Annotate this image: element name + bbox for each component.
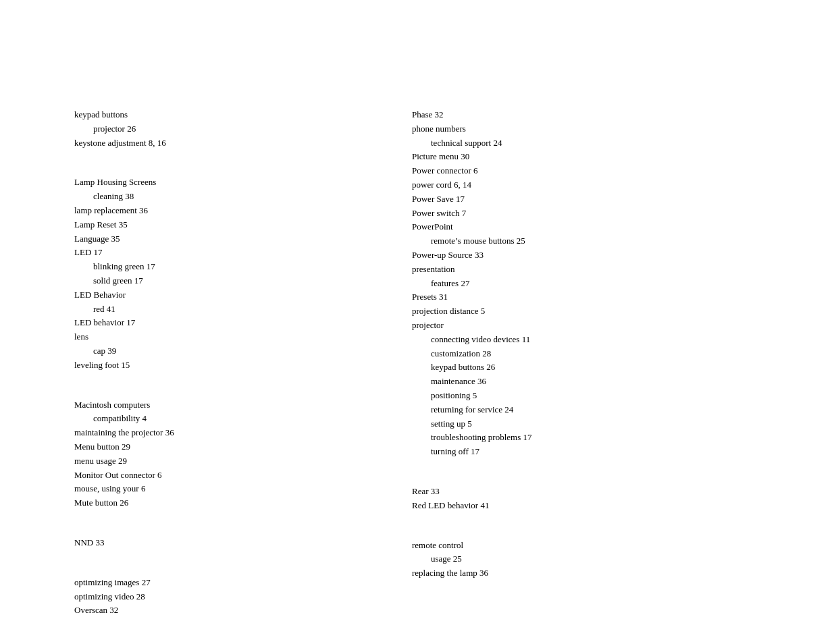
index-entry: projector 26 <box>93 122 412 136</box>
index-entry: Mute button 26 <box>74 496 412 510</box>
index-entry: Rear 33 <box>412 485 760 499</box>
index-entry: cap 39 <box>93 344 412 358</box>
index-entry: remote’s mouse buttons 25 <box>431 234 760 248</box>
left-column: keypad buttonsprojector 26keystone adjus… <box>74 108 412 631</box>
index-entry: maintaining the projector 36 <box>74 426 412 440</box>
spacer <box>412 527 760 539</box>
index-entry: menu usage 29 <box>74 454 412 468</box>
spacer <box>74 163 412 176</box>
index-entry: Power connector 6 <box>412 164 760 178</box>
index-entry: Picture menu 30 <box>412 150 760 164</box>
index-entry: lamp replacement 36 <box>74 204 412 218</box>
index-entry: projection distance 5 <box>412 304 760 319</box>
index-section: NND 33 <box>74 536 412 550</box>
index-entry: keystone adjustment 8, 16 <box>74 136 412 151</box>
index-entry: maintenance 36 <box>431 375 760 389</box>
index-entry: NND 33 <box>74 536 412 550</box>
index-entry: turning off 17 <box>431 445 760 459</box>
index-section: remote controlusage 25replacing the lamp… <box>412 539 760 581</box>
index-entry: cleaning 38 <box>93 190 412 204</box>
index-entry: Power switch 7 <box>412 207 760 221</box>
index-entry: features 27 <box>431 277 760 291</box>
index-entry: Macintosh computers <box>74 398 412 412</box>
index-entry: mouse, using your 6 <box>74 482 412 496</box>
index-section: Rear 33Red LED behavior 41 <box>412 485 760 513</box>
spacer <box>412 473 760 485</box>
index-entry: Phase 32 <box>412 108 760 122</box>
index-entry: Lamp Reset 35 <box>74 218 412 232</box>
index-entry: PowerPoint <box>412 220 760 234</box>
index-entry: Presets 31 <box>412 290 760 304</box>
index-entry: troubleshooting problems 17 <box>431 431 760 445</box>
index-entry: returning for service 24 <box>431 403 760 417</box>
index-entry: keypad buttons 26 <box>431 360 760 375</box>
page-container: keypad buttonsprojector 26keystone adjus… <box>0 0 834 644</box>
spacer <box>74 386 412 398</box>
index-entry: setting up 5 <box>431 417 760 431</box>
index-entry: red 41 <box>93 302 412 317</box>
spacer <box>74 564 412 576</box>
index-section: optimizing images 27optimizing video 28O… <box>74 576 412 618</box>
index-entry: optimizing video 28 <box>74 590 412 604</box>
index-entry: optimizing images 27 <box>74 576 412 590</box>
index-entry: projector <box>412 319 760 333</box>
index-entry: Language 35 <box>74 232 412 246</box>
index-entry: solid green 17 <box>93 274 412 288</box>
index-entry: Lamp Housing Screens <box>74 176 412 190</box>
index-entry: phone numbers <box>412 122 760 136</box>
index-entry: technical support 24 <box>431 136 760 151</box>
index-section: Macintosh computerscompatibility 4mainta… <box>74 398 412 510</box>
index-entry: LED behavior 17 <box>74 316 412 330</box>
index-entry: connecting video devices 11 <box>431 333 760 347</box>
index-entry: compatibility 4 <box>93 412 412 426</box>
index-entry: power cord 6, 14 <box>412 178 760 192</box>
spacer <box>74 524 412 536</box>
index-entry: Overscan 32 <box>74 603 412 618</box>
right-column: Phase 32phone numberstechnical support 2… <box>412 108 760 631</box>
index-section: Lamp Housing Screenscleaning 38lamp repl… <box>74 176 412 372</box>
index-entry: Power-up Source 33 <box>412 248 760 263</box>
index-entry: presentation <box>412 263 760 277</box>
index-entry: Monitor Out connector 6 <box>74 468 412 483</box>
index-entry: remote control <box>412 539 760 553</box>
index-section: Phase 32phone numberstechnical support 2… <box>412 108 760 459</box>
index-entry: blinking green 17 <box>93 260 412 274</box>
index-entry: keypad buttons <box>74 108 412 122</box>
index-entry: leveling foot 15 <box>74 358 412 373</box>
index-entry: lens <box>74 330 412 344</box>
index-entry: LED Behavior <box>74 288 412 302</box>
index-entry: Power Save 17 <box>412 192 760 207</box>
index-entry: Menu button 29 <box>74 440 412 454</box>
index-entry: customization 28 <box>431 347 760 361</box>
index-entry: LED 17 <box>74 246 412 260</box>
index-entry: replacing the lamp 36 <box>412 566 760 581</box>
index-entry: Red LED behavior 41 <box>412 499 760 513</box>
index-entry: usage 25 <box>431 552 760 566</box>
index-entry: positioning 5 <box>431 389 760 403</box>
index-section: keypad buttonsprojector 26keystone adjus… <box>74 108 412 150</box>
